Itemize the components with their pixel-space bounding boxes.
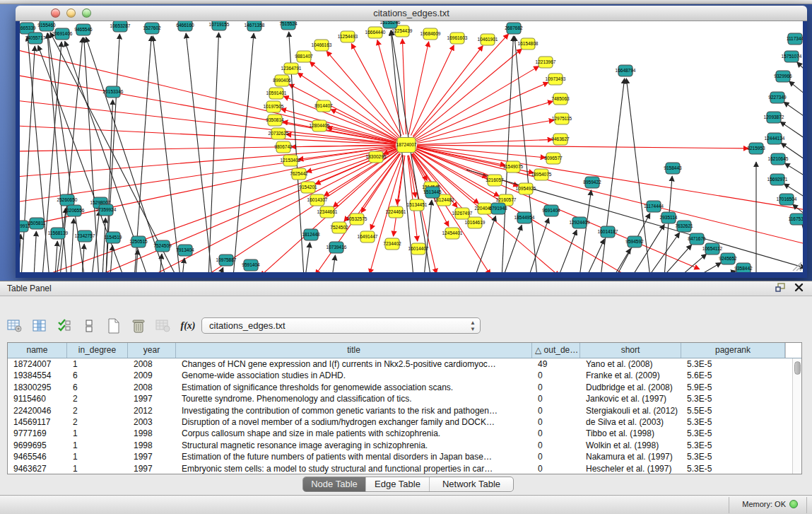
tab-network-table[interactable]: Network Table xyxy=(430,477,513,491)
graph-node-label: 7625442 xyxy=(290,171,308,176)
graph-node-label: 14055717 xyxy=(25,35,46,40)
attribute-table: namein_degreeyeartitle△ out_de…shortpage… xyxy=(7,342,802,474)
close-panel-icon[interactable] xyxy=(794,283,804,292)
graph-node-label: 8914407 xyxy=(314,103,333,108)
select-rows-icon[interactable] xyxy=(55,317,73,335)
cell-title: Structural magnetic resonance image aver… xyxy=(176,440,532,451)
delete-rows-icon[interactable] xyxy=(129,317,148,335)
graph-node-label: 15692971 xyxy=(767,177,788,182)
graph-node-label: 10591401 xyxy=(266,90,287,95)
graph-node-label: 10461901 xyxy=(478,37,498,42)
cell-name: 18724007 xyxy=(8,358,67,370)
new-document-icon[interactable] xyxy=(105,317,123,335)
column-header-in_degree[interactable]: in_degree xyxy=(67,343,128,358)
table-row[interactable]: 911546021997Tourette syndrome. Phenomeno… xyxy=(8,393,801,404)
graph-node-label: 3216057 xyxy=(486,177,504,182)
table-row[interactable]: 946554611997Estimation of the future num… xyxy=(8,451,801,462)
function-builder-icon[interactable]: f(x) xyxy=(179,317,197,335)
graph-node-label: 12344661 xyxy=(317,209,338,214)
table-row[interactable]: 2242004622012Investigating the contribut… xyxy=(8,405,801,416)
table-panel-header: Table Panel xyxy=(0,281,812,296)
cell-pagerank: 5.3E-5 xyxy=(681,393,785,404)
table-tab-switcher: Node TableEdge TableNetwork Table xyxy=(302,477,514,492)
column-chooser-icon[interactable] xyxy=(30,317,49,335)
graph-node-label: 1167534 xyxy=(789,216,803,221)
table-source-select[interactable]: citations_edges.txt ▲▼ xyxy=(201,317,481,334)
cell-year: 2008 xyxy=(128,358,176,370)
cell-name: 9465546 xyxy=(8,451,67,462)
cell-name: 18300295 xyxy=(8,382,67,393)
window-titlebar[interactable]: citations_edges.txt xyxy=(16,6,807,21)
graph-node-label: 15155246 xyxy=(380,21,401,25)
column-header-out_degree[interactable]: △ out_de… xyxy=(532,343,580,358)
table-row[interactable]: 977716911998Corpus callosum shape and si… xyxy=(8,428,801,439)
graph-node-label: 11254493 xyxy=(338,34,358,39)
citation-network-graph[interactable]: 1046616398814071236479189904061059140110… xyxy=(20,21,803,272)
table-toolbar: f(x) xyxy=(6,315,197,337)
cell-in_degree: 6 xyxy=(67,370,128,381)
table-settings-icon[interactable] xyxy=(6,317,24,335)
cell-short: Dudbridge et al. (2008) xyxy=(580,382,681,393)
network-view-window: citations_edges.txt 10466163988140712364… xyxy=(16,6,807,278)
tab-node-table[interactable]: Node Table xyxy=(303,477,366,491)
statusbar-divider xyxy=(729,497,729,513)
graph-node-label: 9463627 xyxy=(551,136,570,141)
graph-node-label: 18544954 xyxy=(514,215,535,220)
column-header-year[interactable]: year xyxy=(128,343,176,358)
column-header-title[interactable]: title xyxy=(176,343,532,358)
graph-node-label: 10466163 xyxy=(312,42,332,47)
combo-stepper-icon: ▲▼ xyxy=(470,320,476,332)
table-row[interactable]: 1830029562008Estimation of significance … xyxy=(8,382,801,393)
cell-short: Tibbo et al. (1998) xyxy=(580,428,681,439)
graph-node-label: 7485063 xyxy=(551,96,570,101)
delete-table-icon[interactable] xyxy=(154,317,172,335)
cell-year: 1997 xyxy=(128,451,176,462)
graph-node-label: 1527602 xyxy=(143,25,161,30)
table-row[interactable]: 1456911722003Disruption of a novel membe… xyxy=(8,416,801,428)
column-header-name[interactable]: name xyxy=(8,343,67,358)
graph-node-label: 18724007 xyxy=(396,142,417,147)
table-row[interactable]: 946362711997Embryonic stem cells: a mode… xyxy=(8,463,801,474)
graph-node-label: 12153402 xyxy=(281,158,301,163)
cell-year: 2012 xyxy=(128,405,176,416)
graph-node-label: 8505811 xyxy=(28,221,46,226)
column-header-pagerank[interactable]: pagerank xyxy=(681,343,785,358)
cell-out_degree: 0 xyxy=(532,416,580,428)
table-row[interactable]: 1872400712008Changes of HCN gene express… xyxy=(8,358,801,370)
scrollbar-thumb[interactable] xyxy=(794,361,801,375)
graph-node-label: 1812448 xyxy=(302,232,320,237)
vertical-scrollbar[interactable] xyxy=(792,358,801,474)
graph-node-label: 12254439 xyxy=(392,28,413,33)
graph-node-label: 9350814 xyxy=(266,117,284,122)
network-canvas[interactable]: 1046616398814071236479189904061059140110… xyxy=(20,21,803,272)
cell-short: Jankovic et al. (1997) xyxy=(580,393,681,404)
graph-node-label: 1154519 xyxy=(105,235,122,240)
cell-name: 9463627 xyxy=(8,463,67,474)
graph-node-label: 10975887 xyxy=(216,257,237,262)
cell-title: Embryonic stem cells: a model to study s… xyxy=(176,463,532,474)
cell-year: 1998 xyxy=(128,428,176,439)
cell-pagerank: 5.3E-5 xyxy=(681,358,785,370)
graph-node-label: 10654112 xyxy=(702,246,723,251)
cell-short: Franke et al. (2009) xyxy=(580,370,681,381)
cell-out_degree: 0 xyxy=(532,451,580,462)
graph-node-label: 8096577 xyxy=(544,156,563,160)
window-title: citations_edges.txt xyxy=(16,8,807,18)
column-header-short[interactable]: short xyxy=(580,343,681,358)
cell-year: 2003 xyxy=(128,416,176,428)
cell-pagerank: 5.3E-5 xyxy=(681,440,785,451)
tab-edge-table[interactable]: Edge Table xyxy=(366,477,430,491)
graph-node-label: 9158443 xyxy=(664,165,682,170)
canvas-resize-grip[interactable] xyxy=(793,262,801,271)
cell-title: Estimation of significance thresholds fo… xyxy=(176,382,532,393)
table-row[interactable]: 1938455462009Genome-wide association stu… xyxy=(8,370,801,381)
graph-node-label: 11174444 xyxy=(644,204,664,209)
graph-node-label: 9358442 xyxy=(734,266,753,271)
table-row[interactable]: 969969511998Structural magnetic resonanc… xyxy=(8,440,801,451)
graph-node-label: 12244661 xyxy=(386,209,406,214)
graph-node-label: 1117344 xyxy=(787,36,803,41)
graph-node-label: 11568139 xyxy=(48,230,69,235)
row-height-icon[interactable] xyxy=(80,317,98,335)
memory-ok-indicator-icon[interactable] xyxy=(789,500,798,508)
float-panel-icon[interactable] xyxy=(775,283,786,292)
